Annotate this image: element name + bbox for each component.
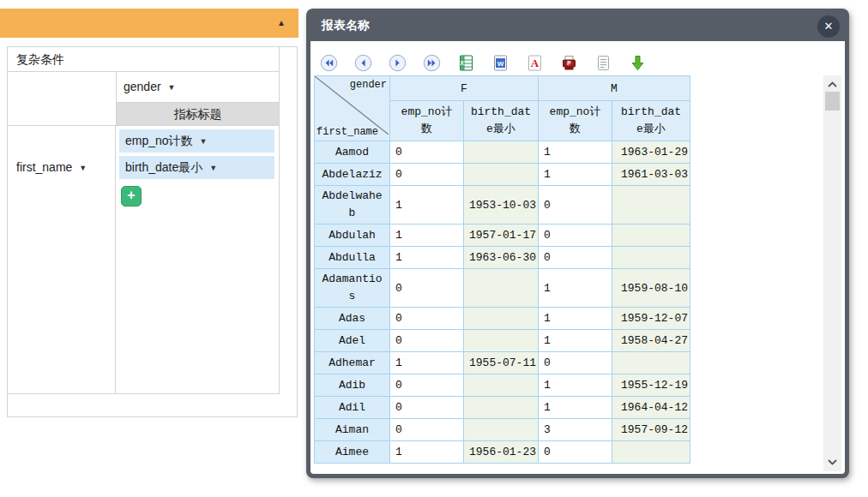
scroll-down-icon[interactable]: [823, 455, 841, 470]
date-value-cell: 1964-04-12: [612, 397, 690, 419]
row-header-cell: Adas: [315, 308, 390, 330]
count-value-cell: 1: [390, 247, 464, 269]
date-value-cell: [612, 441, 690, 464]
condition-panel: 复杂条件 gender ▼ 指标标题 first_name ▼ emp_no计数…: [7, 46, 298, 417]
count-value-cell: 0: [390, 419, 464, 441]
date-value-cell: 1953-10-03: [464, 186, 539, 225]
date-value-cell: 1957-09-12: [612, 419, 690, 441]
date-value-cell: [612, 247, 690, 269]
count-value-cell: 0: [390, 397, 464, 419]
export-pdf-button[interactable]: A: [526, 54, 544, 72]
report-table: gender first_name F M emp_no计数 birth_dat…: [314, 75, 690, 464]
date-value-cell: [612, 186, 690, 225]
row-header-cell: Aamod: [315, 141, 390, 164]
row-header-cell: Aiman: [315, 419, 390, 441]
row-header-cell: Adil: [315, 397, 390, 419]
condition-panel-title: 复杂条件: [8, 47, 279, 72]
date-value-cell: [464, 397, 539, 419]
date-value-cell: 1955-07-11: [464, 352, 539, 374]
count-value-cell: 0: [390, 330, 464, 352]
export-excel-button[interactable]: X: [457, 54, 475, 72]
print-button[interactable]: P: [560, 54, 578, 72]
row-header-cell: Abdelwaheb: [315, 186, 390, 225]
table-row: Aiman031957-09-12: [315, 419, 690, 441]
group-header-m: M: [539, 76, 690, 101]
count-value-cell: 1: [539, 141, 612, 164]
chevron-down-icon: ▼: [199, 137, 207, 146]
row-header-cell: Adel: [315, 330, 390, 352]
count-value-cell: 0: [539, 186, 612, 225]
subheader-birth-date-min: birth_date最小: [612, 101, 690, 141]
corner-row-axis-label: first_name: [316, 126, 378, 138]
count-value-cell: 1: [539, 308, 612, 330]
close-icon[interactable]: ✕: [817, 15, 840, 38]
chevron-down-icon: ▼: [167, 83, 175, 92]
vertical-scrollbar[interactable]: [823, 75, 841, 471]
row-header-cell: Adib: [315, 374, 390, 397]
date-value-cell: [464, 419, 539, 441]
first-page-button[interactable]: [320, 54, 338, 72]
table-row: Aamod011963-01-29: [315, 141, 690, 164]
count-value-cell: 0: [539, 352, 612, 374]
count-value-cell: 1: [390, 441, 464, 464]
indicator-title-header: 指标标题: [117, 103, 279, 125]
date-value-cell: 1956-01-23: [464, 441, 539, 464]
count-value-cell: 1: [539, 374, 612, 397]
count-value-cell: 0: [539, 441, 612, 464]
previous-page-button[interactable]: [354, 54, 372, 72]
report-modal: 报表名称 ✕ X W A P: [306, 9, 849, 478]
date-value-cell: 1959-08-10: [612, 269, 690, 308]
date-value-cell: 1958-04-27: [612, 330, 690, 352]
report-table-container: gender first_name F M emp_no计数 birth_dat…: [314, 75, 693, 473]
table-row: Abdelaziz011961-03-03: [315, 164, 690, 186]
date-value-cell: 1959-12-07: [612, 308, 690, 330]
export-word-button[interactable]: W: [491, 54, 509, 72]
scroll-up-icon[interactable]: [823, 77, 841, 92]
column-field-label: gender: [124, 80, 161, 93]
table-row: Abdulah11957-01-170: [315, 225, 690, 247]
table-row: Adas011959-12-07: [315, 308, 690, 330]
date-value-cell: [464, 374, 539, 397]
column-field-gender[interactable]: gender ▼: [117, 72, 279, 103]
date-value-cell: 1963-01-29: [612, 141, 690, 164]
metric-chip-emp-no-count[interactable]: emp_no计数 ▼: [119, 129, 274, 153]
row-header-cell: Adhemar: [315, 352, 390, 374]
count-value-cell: 1: [390, 225, 464, 247]
table-row: Adib011955-12-19: [315, 374, 690, 397]
group-header-f: F: [390, 76, 539, 101]
row-field-first-name[interactable]: first_name ▼: [8, 126, 116, 393]
count-value-cell: 1: [390, 186, 464, 225]
chevron-down-icon: ▼: [79, 164, 87, 172]
count-value-cell: 0: [390, 164, 464, 186]
row-header-cell: Abdelaziz: [315, 164, 390, 186]
last-page-button[interactable]: [423, 54, 441, 72]
svg-text:X: X: [460, 60, 464, 66]
table-row: Adhemar11955-07-110: [315, 352, 690, 374]
builder-header-bar: ▲: [0, 9, 298, 38]
metric-chip-birth-date-min[interactable]: birth_date最小 ▼: [119, 156, 274, 179]
subheader-emp-no-count: emp_no计数: [390, 101, 464, 141]
chevron-down-icon: ▼: [209, 164, 217, 172]
export-text-button[interactable]: [594, 54, 612, 72]
collapse-icon[interactable]: ▲: [273, 15, 290, 31]
corner-column-axis-label: gender: [350, 79, 387, 91]
table-row: Abdelwaheb11953-10-030: [315, 186, 690, 225]
date-value-cell: [612, 352, 690, 374]
modal-content: X W A P: [310, 41, 845, 474]
table-row: Aimee11956-01-230: [315, 441, 690, 464]
add-metric-button[interactable]: +: [121, 186, 142, 207]
table-row: Adil011964-04-12: [315, 397, 690, 419]
row-header-cell: Abdulla: [315, 247, 390, 269]
metrics-area: emp_no计数 ▼ birth_date最小 ▼ +: [116, 126, 279, 393]
metric-label: emp_no计数: [125, 134, 193, 147]
next-page-button[interactable]: [389, 54, 407, 72]
count-value-cell: 1: [539, 397, 612, 419]
report-table-body: Aamod011963-01-29Abdelaziz011961-03-03Ab…: [315, 141, 690, 464]
scrollbar-thumb[interactable]: [825, 92, 840, 111]
count-value-cell: 1: [539, 164, 612, 186]
date-value-cell: 1963-06-30: [464, 247, 539, 269]
row-field-label: first_name: [16, 160, 72, 174]
subheader-emp-no-count: emp_no计数: [539, 101, 612, 141]
download-icon[interactable]: [629, 54, 647, 72]
row-header-cell: Aimee: [315, 441, 390, 464]
